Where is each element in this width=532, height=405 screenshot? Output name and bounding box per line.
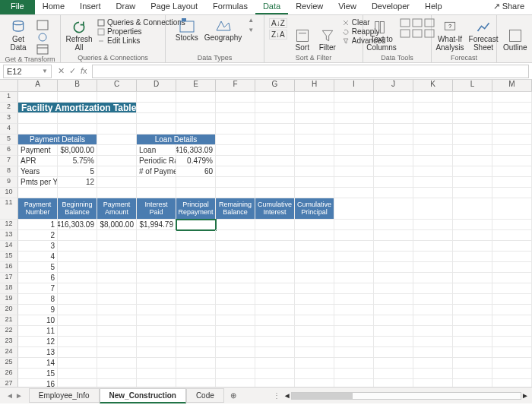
cell[interactable] bbox=[453, 241, 492, 252]
cell[interactable] bbox=[97, 241, 137, 252]
cell[interactable] bbox=[334, 92, 374, 103]
cell[interactable] bbox=[492, 166, 532, 177]
cell[interactable] bbox=[97, 92, 137, 103]
cell[interactable] bbox=[176, 326, 216, 337]
cell[interactable] bbox=[137, 326, 176, 337]
cell[interactable] bbox=[295, 134, 334, 145]
cell[interactable] bbox=[97, 294, 137, 305]
cell[interactable] bbox=[374, 177, 413, 188]
cell[interactable] bbox=[374, 103, 413, 113]
cell[interactable] bbox=[492, 124, 532, 134]
cell[interactable]: Pmts per Year bbox=[18, 177, 58, 188]
cell[interactable] bbox=[334, 156, 374, 166]
cell[interactable] bbox=[58, 113, 97, 124]
cell[interactable] bbox=[216, 262, 255, 273]
cell[interactable] bbox=[216, 145, 255, 156]
cell[interactable] bbox=[58, 315, 97, 326]
cell[interactable]: 15 bbox=[18, 369, 58, 379]
cell[interactable] bbox=[334, 337, 374, 347]
cell[interactable] bbox=[97, 145, 137, 156]
cell[interactable] bbox=[413, 113, 453, 124]
cell[interactable] bbox=[18, 124, 58, 134]
row-header[interactable]: 20 bbox=[0, 305, 18, 315]
cell[interactable] bbox=[453, 230, 492, 241]
name-box[interactable]: E12▼ bbox=[3, 65, 52, 78]
cell[interactable]: 9 bbox=[18, 305, 58, 315]
row-header[interactable]: 19 bbox=[0, 294, 18, 305]
cell[interactable] bbox=[58, 273, 97, 283]
cell[interactable] bbox=[334, 241, 374, 252]
cell[interactable] bbox=[97, 337, 137, 347]
row-header[interactable]: 10 bbox=[0, 188, 18, 198]
cell[interactable] bbox=[374, 145, 413, 156]
cell[interactable] bbox=[255, 177, 295, 188]
cell[interactable]: 12 bbox=[18, 337, 58, 347]
cell[interactable] bbox=[453, 369, 492, 379]
cell[interactable] bbox=[374, 358, 413, 369]
select-all-corner[interactable] bbox=[0, 80, 18, 91]
cell[interactable] bbox=[216, 113, 255, 124]
cell[interactable] bbox=[492, 262, 532, 273]
cell[interactable]: Cumulative Interest bbox=[255, 198, 295, 220]
cell[interactable] bbox=[255, 113, 295, 124]
cell[interactable] bbox=[413, 198, 453, 220]
cell[interactable] bbox=[374, 273, 413, 283]
cell[interactable] bbox=[97, 188, 137, 198]
formulas-tab[interactable]: Formulas bbox=[205, 0, 255, 14]
cell[interactable] bbox=[137, 188, 176, 198]
cell[interactable] bbox=[492, 347, 532, 358]
row-header[interactable]: 5 bbox=[0, 134, 18, 145]
cell[interactable] bbox=[58, 347, 97, 358]
fx-icon[interactable]: fx bbox=[81, 66, 87, 76]
cell[interactable] bbox=[413, 358, 453, 369]
col-header[interactable]: H bbox=[295, 80, 334, 91]
cell[interactable] bbox=[176, 379, 216, 387]
cell[interactable] bbox=[58, 230, 97, 241]
col-header[interactable]: D bbox=[137, 80, 176, 91]
cell[interactable] bbox=[216, 103, 255, 113]
cell[interactable] bbox=[492, 220, 532, 230]
cell[interactable]: Facility Amortization Table bbox=[18, 103, 137, 113]
cell[interactable] bbox=[216, 92, 255, 103]
horizontal-scrollbar[interactable]: ◄► bbox=[280, 391, 532, 400]
cell[interactable] bbox=[176, 220, 216, 230]
cell[interactable] bbox=[255, 305, 295, 315]
cell[interactable] bbox=[413, 369, 453, 379]
cell[interactable]: 4 bbox=[18, 252, 58, 262]
cell[interactable] bbox=[137, 347, 176, 358]
cell[interactable] bbox=[18, 113, 58, 124]
cell[interactable]: $1,994.79 bbox=[137, 220, 176, 230]
cell[interactable] bbox=[255, 220, 295, 230]
cell[interactable] bbox=[453, 273, 492, 283]
cell[interactable] bbox=[176, 103, 216, 113]
cell[interactable] bbox=[374, 92, 413, 103]
cell[interactable] bbox=[295, 347, 334, 358]
cell[interactable]: Cumulative Principal bbox=[295, 198, 334, 220]
get-data-button[interactable]: Get Data bbox=[3, 17, 33, 53]
cell[interactable] bbox=[58, 358, 97, 369]
forecast-sheet-button[interactable]: Forecast Sheet bbox=[468, 17, 499, 53]
cell[interactable] bbox=[374, 188, 413, 198]
cell[interactable] bbox=[374, 230, 413, 241]
cell[interactable] bbox=[374, 134, 413, 145]
cell[interactable] bbox=[453, 326, 492, 337]
row-header[interactable]: 14 bbox=[0, 241, 18, 252]
cell[interactable] bbox=[137, 252, 176, 262]
col-header[interactable]: K bbox=[413, 80, 453, 91]
cell[interactable] bbox=[176, 188, 216, 198]
cell[interactable] bbox=[97, 166, 137, 177]
row-header[interactable]: 11 bbox=[0, 198, 18, 220]
cell[interactable] bbox=[137, 262, 176, 273]
cell[interactable] bbox=[334, 283, 374, 294]
cell[interactable] bbox=[295, 241, 334, 252]
cell[interactable] bbox=[216, 305, 255, 315]
cell[interactable] bbox=[492, 358, 532, 369]
cell[interactable] bbox=[255, 92, 295, 103]
sheet-nav-prev[interactable]: ◄ bbox=[6, 391, 14, 400]
cell[interactable] bbox=[492, 156, 532, 166]
cell[interactable] bbox=[216, 230, 255, 241]
cell[interactable] bbox=[492, 326, 532, 337]
cell[interactable]: 60 bbox=[176, 166, 216, 177]
cell[interactable] bbox=[453, 113, 492, 124]
cell[interactable] bbox=[334, 198, 374, 220]
